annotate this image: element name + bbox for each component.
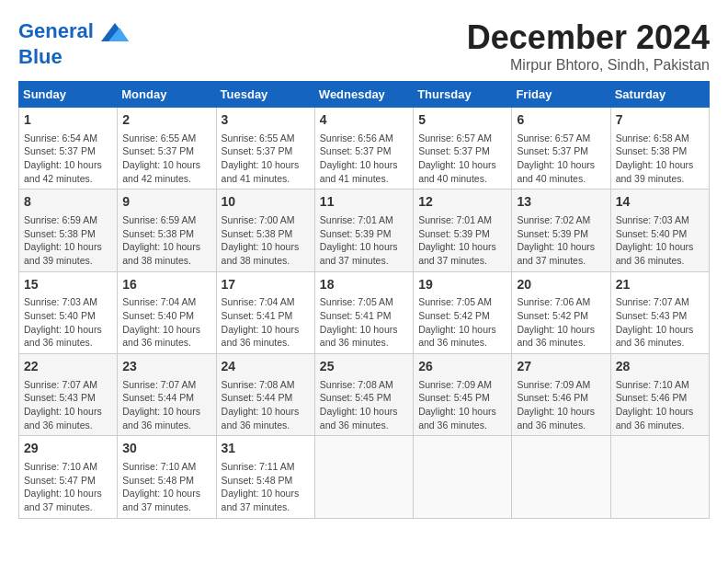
header-monday: Monday bbox=[118, 82, 216, 108]
day-info: Sunrise: 7:04 AM Sunset: 5:40 PM Dayligh… bbox=[122, 295, 210, 350]
day-number: 29 bbox=[24, 440, 112, 458]
day-cell-7: 7 Sunrise: 6:58 AM Sunset: 5:38 PM Dayli… bbox=[610, 108, 709, 190]
day-number: 6 bbox=[517, 111, 605, 130]
day-cell-25: 25 Sunrise: 7:08 AM Sunset: 5:45 PM Dayl… bbox=[314, 354, 413, 436]
day-cell-14: 14 Sunrise: 7:03 AM Sunset: 5:40 PM Dayl… bbox=[610, 190, 709, 271]
empty-cell bbox=[610, 436, 709, 518]
day-number: 31 bbox=[222, 440, 310, 458]
day-number: 9 bbox=[122, 193, 210, 212]
day-cell-8: 8 Sunrise: 6:59 AM Sunset: 5:38 PM Dayli… bbox=[19, 190, 118, 271]
day-number: 10 bbox=[222, 193, 310, 212]
day-cell-3: 3 Sunrise: 6:55 AM Sunset: 5:37 PM Dayli… bbox=[216, 108, 314, 190]
day-info: Sunrise: 7:08 AM Sunset: 5:45 PM Dayligh… bbox=[320, 378, 408, 432]
day-cell-1: 1 Sunrise: 6:54 AM Sunset: 5:37 PM Dayli… bbox=[19, 108, 118, 190]
day-cell-13: 13 Sunrise: 7:02 AM Sunset: 5:39 PM Dayl… bbox=[512, 190, 610, 271]
day-info: Sunrise: 7:00 AM Sunset: 5:38 PM Dayligh… bbox=[222, 213, 310, 268]
day-info: Sunrise: 6:54 AM Sunset: 5:37 PM Dayligh… bbox=[24, 132, 112, 186]
day-info: Sunrise: 7:03 AM Sunset: 5:40 PM Dayligh… bbox=[616, 213, 704, 268]
day-cell-20: 20 Sunrise: 7:06 AM Sunset: 5:42 PM Dayl… bbox=[512, 271, 610, 353]
day-cell-10: 10 Sunrise: 7:00 AM Sunset: 5:38 PM Dayl… bbox=[216, 190, 314, 271]
day-info: Sunrise: 7:04 AM Sunset: 5:41 PM Dayligh… bbox=[222, 295, 310, 350]
day-number: 23 bbox=[122, 358, 210, 376]
day-number: 24 bbox=[222, 358, 310, 376]
calendar-row-4: 22 Sunrise: 7:07 AM Sunset: 5:43 PM Dayl… bbox=[19, 354, 710, 436]
day-cell-17: 17 Sunrise: 7:04 AM Sunset: 5:41 PM Dayl… bbox=[216, 271, 314, 353]
day-info: Sunrise: 7:01 AM Sunset: 5:39 PM Dayligh… bbox=[320, 213, 408, 268]
day-cell-26: 26 Sunrise: 7:09 AM Sunset: 5:45 PM Dayl… bbox=[414, 354, 512, 436]
day-info: Sunrise: 7:05 AM Sunset: 5:42 PM Dayligh… bbox=[418, 295, 506, 350]
header-sunday: Sunday bbox=[19, 82, 118, 108]
empty-cell bbox=[512, 436, 610, 518]
day-cell-22: 22 Sunrise: 7:07 AM Sunset: 5:43 PM Dayl… bbox=[19, 354, 118, 436]
day-cell-6: 6 Sunrise: 6:57 AM Sunset: 5:37 PM Dayli… bbox=[512, 108, 610, 190]
day-info: Sunrise: 7:06 AM Sunset: 5:42 PM Dayligh… bbox=[517, 295, 605, 350]
logo-text2: Blue bbox=[18, 46, 129, 68]
day-number: 20 bbox=[517, 276, 605, 294]
day-number: 26 bbox=[418, 358, 506, 376]
day-cell-31: 31 Sunrise: 7:11 AM Sunset: 5:48 PM Dayl… bbox=[216, 436, 314, 518]
day-number: 12 bbox=[418, 193, 506, 212]
day-cell-30: 30 Sunrise: 7:10 AM Sunset: 5:48 PM Dayl… bbox=[118, 436, 216, 518]
header-wednesday: Wednesday bbox=[314, 82, 413, 108]
day-number: 11 bbox=[320, 193, 408, 212]
empty-cell bbox=[314, 436, 413, 518]
location-subtitle: Mirpur Bhtoro, Sindh, Pakistan bbox=[467, 57, 710, 74]
day-cell-29: 29 Sunrise: 7:10 AM Sunset: 5:47 PM Dayl… bbox=[19, 436, 118, 518]
day-cell-28: 28 Sunrise: 7:10 AM Sunset: 5:46 PM Dayl… bbox=[610, 354, 709, 436]
day-info: Sunrise: 7:10 AM Sunset: 5:46 PM Dayligh… bbox=[616, 378, 704, 432]
day-info: Sunrise: 7:02 AM Sunset: 5:39 PM Dayligh… bbox=[517, 213, 605, 268]
day-cell-12: 12 Sunrise: 7:01 AM Sunset: 5:39 PM Dayl… bbox=[414, 190, 512, 271]
day-number: 18 bbox=[320, 276, 408, 294]
day-info: Sunrise: 7:09 AM Sunset: 5:46 PM Dayligh… bbox=[517, 378, 605, 432]
day-cell-23: 23 Sunrise: 7:07 AM Sunset: 5:44 PM Dayl… bbox=[118, 354, 216, 436]
day-cell-21: 21 Sunrise: 7:07 AM Sunset: 5:43 PM Dayl… bbox=[610, 271, 709, 353]
day-info: Sunrise: 6:59 AM Sunset: 5:38 PM Dayligh… bbox=[122, 213, 210, 268]
day-number: 3 bbox=[222, 111, 310, 130]
day-info: Sunrise: 7:05 AM Sunset: 5:41 PM Dayligh… bbox=[320, 295, 408, 350]
day-cell-18: 18 Sunrise: 7:05 AM Sunset: 5:41 PM Dayl… bbox=[314, 271, 413, 353]
day-number: 13 bbox=[517, 193, 605, 212]
day-number: 4 bbox=[320, 111, 408, 130]
day-cell-16: 16 Sunrise: 7:04 AM Sunset: 5:40 PM Dayl… bbox=[118, 271, 216, 353]
calendar-row-3: 15 Sunrise: 7:03 AM Sunset: 5:40 PM Dayl… bbox=[19, 271, 710, 353]
header-friday: Friday bbox=[512, 82, 610, 108]
header-thursday: Thursday bbox=[414, 82, 512, 108]
day-number: 27 bbox=[517, 358, 605, 376]
calendar-row-5: 29 Sunrise: 7:10 AM Sunset: 5:47 PM Dayl… bbox=[19, 436, 710, 518]
day-number: 8 bbox=[24, 193, 112, 212]
weekday-header-row: Sunday Monday Tuesday Wednesday Thursday… bbox=[19, 82, 710, 108]
day-number: 5 bbox=[418, 111, 506, 130]
day-info: Sunrise: 6:58 AM Sunset: 5:38 PM Dayligh… bbox=[616, 132, 704, 186]
day-number: 2 bbox=[122, 111, 210, 130]
day-cell-9: 9 Sunrise: 6:59 AM Sunset: 5:38 PM Dayli… bbox=[118, 190, 216, 271]
day-number: 1 bbox=[24, 111, 112, 130]
day-info: Sunrise: 7:11 AM Sunset: 5:48 PM Dayligh… bbox=[222, 460, 310, 514]
day-cell-27: 27 Sunrise: 7:09 AM Sunset: 5:46 PM Dayl… bbox=[512, 354, 610, 436]
day-number: 16 bbox=[122, 276, 210, 294]
empty-cell bbox=[414, 436, 512, 518]
day-number: 7 bbox=[616, 111, 704, 130]
day-cell-5: 5 Sunrise: 6:57 AM Sunset: 5:37 PM Dayli… bbox=[414, 108, 512, 190]
title-section: December 2024 Mirpur Bhtoro, Sindh, Paki… bbox=[467, 18, 710, 74]
month-title: December 2024 bbox=[467, 18, 710, 57]
logo: General Blue bbox=[18, 18, 129, 68]
day-number: 22 bbox=[24, 358, 112, 376]
header-tuesday: Tuesday bbox=[216, 82, 314, 108]
day-info: Sunrise: 6:55 AM Sunset: 5:37 PM Dayligh… bbox=[122, 132, 210, 186]
day-number: 25 bbox=[320, 358, 408, 376]
day-cell-11: 11 Sunrise: 7:01 AM Sunset: 5:39 PM Dayl… bbox=[314, 190, 413, 271]
day-info: Sunrise: 6:59 AM Sunset: 5:38 PM Dayligh… bbox=[24, 213, 112, 268]
day-number: 30 bbox=[122, 440, 210, 458]
day-info: Sunrise: 7:07 AM Sunset: 5:43 PM Dayligh… bbox=[616, 295, 704, 350]
day-cell-15: 15 Sunrise: 7:03 AM Sunset: 5:40 PM Dayl… bbox=[19, 271, 118, 353]
day-number: 28 bbox=[616, 358, 704, 376]
day-info: Sunrise: 7:07 AM Sunset: 5:44 PM Dayligh… bbox=[122, 378, 210, 432]
calendar-row-2: 8 Sunrise: 6:59 AM Sunset: 5:38 PM Dayli… bbox=[19, 190, 710, 271]
day-cell-4: 4 Sunrise: 6:56 AM Sunset: 5:37 PM Dayli… bbox=[314, 108, 413, 190]
header-saturday: Saturday bbox=[610, 82, 709, 108]
day-cell-24: 24 Sunrise: 7:08 AM Sunset: 5:44 PM Dayl… bbox=[216, 354, 314, 436]
day-cell-19: 19 Sunrise: 7:05 AM Sunset: 5:42 PM Dayl… bbox=[414, 271, 512, 353]
day-info: Sunrise: 6:55 AM Sunset: 5:37 PM Dayligh… bbox=[222, 132, 310, 186]
day-info: Sunrise: 7:09 AM Sunset: 5:45 PM Dayligh… bbox=[418, 378, 506, 432]
day-info: Sunrise: 7:01 AM Sunset: 5:39 PM Dayligh… bbox=[418, 213, 506, 268]
